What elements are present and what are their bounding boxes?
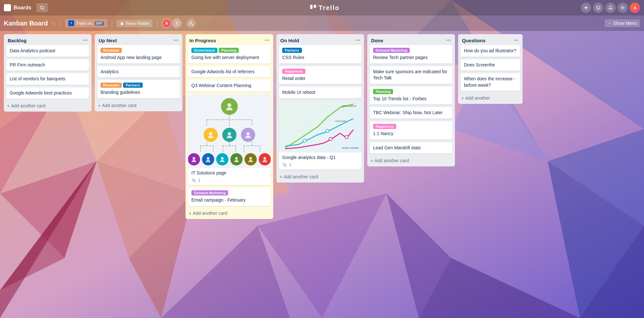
lock-icon bbox=[120, 21, 124, 25]
settings-button[interactable] bbox=[618, 3, 628, 13]
board-members: A 1 bbox=[162, 18, 182, 28]
svg-rect-31 bbox=[5, 5, 7, 9]
svg-point-53 bbox=[209, 132, 212, 135]
svg-text:Hello partner: Hello partner bbox=[342, 104, 357, 107]
label-planning-p1: Planning bbox=[219, 48, 239, 53]
card-h2[interactable]: Happiness Retail order bbox=[279, 66, 361, 84]
card-title-p1: Going live with server deployment bbox=[191, 55, 267, 61]
card-h4[interactable]: Hello partner Good work Always feedback … bbox=[279, 101, 361, 170]
add-member-button[interactable] bbox=[186, 18, 196, 28]
add-card-questions[interactable]: + Add another bbox=[458, 94, 523, 104]
add-card-onhold[interactable]: + Add another card bbox=[276, 172, 364, 183]
workspace-tag[interactable]: T Trello Inc ENT bbox=[65, 19, 107, 27]
trello-logo-icon[interactable] bbox=[4, 4, 11, 11]
add-card-upnext[interactable]: + Add another card bbox=[95, 101, 182, 111]
card-h3[interactable]: Mobile UI reboot bbox=[279, 87, 361, 98]
org-avatar-bot-3 bbox=[216, 153, 228, 165]
workspace-name: Trello Inc bbox=[76, 21, 93, 26]
list-menu-questions[interactable]: ··· bbox=[514, 37, 519, 43]
card-u2[interactable]: Analytics bbox=[97, 66, 180, 78]
list-cards-upnext: Remarket Android App new landing page An… bbox=[95, 45, 182, 101]
list-cards-onhold: Partners CSS Rules Happiness Retail orde… bbox=[276, 45, 364, 172]
board-star-button[interactable]: ☆ bbox=[51, 20, 56, 26]
boards-label[interactable]: Boards bbox=[14, 5, 31, 11]
list-menu-onhold[interactable]: ··· bbox=[355, 37, 360, 43]
svg-rect-32 bbox=[8, 5, 10, 8]
card-p1[interactable]: Government Planning Going live with serv… bbox=[188, 45, 271, 64]
member-count: 1 bbox=[172, 18, 182, 28]
org-avatar-mid-2 bbox=[222, 128, 236, 142]
card-p2[interactable]: Google Adwords list of referrers bbox=[188, 66, 271, 78]
org-avatar-bot-4 bbox=[230, 153, 243, 165]
add-button[interactable] bbox=[581, 3, 591, 13]
card-b2[interactable]: PR Firm outreach bbox=[6, 59, 89, 71]
card-title-q1: How do you ad Illustrator? bbox=[464, 48, 517, 54]
card-d1[interactable]: Demand Marketing Review Tech partner pag… bbox=[370, 45, 452, 64]
card-p5[interactable]: Demand Marketing Email campaign - Februa… bbox=[188, 188, 271, 206]
list-cards-inprogress: Government Planning Going live with serv… bbox=[186, 45, 273, 209]
label-remarket-u1: Remarket bbox=[101, 48, 122, 53]
card-b1[interactable]: Data Analytics podcast bbox=[6, 45, 89, 57]
visibility-label: Team Visible bbox=[126, 21, 149, 26]
card-title-h2: Retail order bbox=[282, 75, 358, 82]
card-d5[interactable]: Happiness 1:1 Nancy bbox=[370, 121, 452, 140]
card-p4[interactable]: IT Solutions page 📎 1 bbox=[188, 94, 271, 185]
card-title-d1: Review Tech partner pages bbox=[373, 55, 449, 61]
card-b4[interactable]: Google Adwords best practices bbox=[6, 87, 89, 99]
card-u1[interactable]: Remarket Android App new landing page bbox=[97, 45, 180, 64]
svg-rect-35 bbox=[310, 5, 312, 9]
card-title-q2: Does Screenhe bbox=[464, 62, 517, 68]
card-badges-p4: 📎 1 bbox=[191, 178, 267, 183]
add-card-done[interactable]: + Add another card bbox=[367, 156, 455, 166]
topbar-left: Boards bbox=[4, 3, 68, 12]
list-menu-inprogress[interactable]: ··· bbox=[264, 37, 269, 43]
user-avatar[interactable]: A bbox=[630, 3, 640, 13]
card-q1[interactable]: How do you ad Illustrator? bbox=[461, 45, 520, 57]
card-title-b3: List of vendors for banquets bbox=[10, 76, 86, 82]
card-h1[interactable]: Partners CSS Rules bbox=[279, 45, 361, 64]
add-card-backlog[interactable]: + Add another card bbox=[4, 101, 91, 112]
list-menu-done[interactable]: ··· bbox=[446, 37, 451, 43]
card-d2[interactable]: Make sure sponsors are indicated for Tec… bbox=[370, 66, 452, 84]
card-d3[interactable]: Planning Top 10 Trends list - Forbes bbox=[370, 86, 452, 105]
topbar-right: i A bbox=[581, 3, 640, 13]
label-demand-p5: Demand Marketing bbox=[191, 190, 228, 195]
list-cards-questions: How do you ad Illustrator? Does Screenhe… bbox=[458, 45, 523, 94]
label-partners-u3: Partners bbox=[123, 83, 143, 88]
card-b3[interactable]: List of vendors for banquets bbox=[6, 73, 89, 85]
card-labels-d5: Happiness bbox=[373, 124, 449, 129]
org-avatar-bot-1 bbox=[188, 153, 200, 165]
card-d4[interactable]: TBC Webinar: Ship Now, Not Later bbox=[370, 107, 452, 119]
list-menu-upnext[interactable]: ··· bbox=[174, 37, 178, 43]
info-button[interactable]: i bbox=[593, 3, 603, 13]
svg-point-54 bbox=[228, 132, 231, 135]
member-avatar-1[interactable]: A bbox=[162, 18, 171, 28]
svg-point-44 bbox=[190, 22, 192, 24]
card-p3[interactable]: Q3 Webinar Content Planning bbox=[188, 80, 271, 92]
card-title-b1: Data Analytics podcast bbox=[10, 48, 86, 54]
add-card-inprogress[interactable]: + Add another card bbox=[186, 209, 273, 219]
search-button[interactable] bbox=[36, 3, 48, 12]
list-header-inprogress: In Progress ··· bbox=[186, 34, 273, 45]
org-avatar-bot-5 bbox=[245, 153, 257, 165]
divider-2 bbox=[112, 19, 112, 27]
card-title-h4: Google analytics data - Q1 bbox=[282, 154, 358, 161]
show-menu-button[interactable]: ··· Show Menu bbox=[605, 19, 640, 27]
list-title-onhold: On Hold bbox=[280, 38, 299, 43]
org-avatar-bot-2 bbox=[202, 153, 214, 165]
card-title-p4: IT Solutions page bbox=[191, 170, 267, 176]
list-menu-backlog[interactable]: ··· bbox=[83, 37, 88, 43]
card-d6[interactable]: Lead Gen Mandrill stats bbox=[370, 142, 452, 154]
card-u3[interactable]: Remarket Partners Branding guidelines bbox=[97, 80, 180, 98]
visibility-tag[interactable]: Team Visible bbox=[117, 20, 152, 27]
card-q2[interactable]: Does Screenhe bbox=[461, 59, 520, 71]
org-avatar-bot-6 bbox=[259, 153, 271, 165]
list-done: Done ··· Demand Marketing Review Tech pa… bbox=[367, 34, 455, 166]
label-happiness-d5: Happiness bbox=[373, 124, 396, 129]
notifications-button[interactable] bbox=[605, 3, 616, 13]
list-header-backlog: Backlog ··· bbox=[4, 34, 91, 45]
card-q3[interactable]: When does the increase - before week? bbox=[461, 73, 520, 91]
svg-point-68 bbox=[193, 157, 196, 160]
label-partners-h1: Partners bbox=[282, 48, 302, 53]
card-title-u2: Analytics bbox=[101, 69, 177, 75]
